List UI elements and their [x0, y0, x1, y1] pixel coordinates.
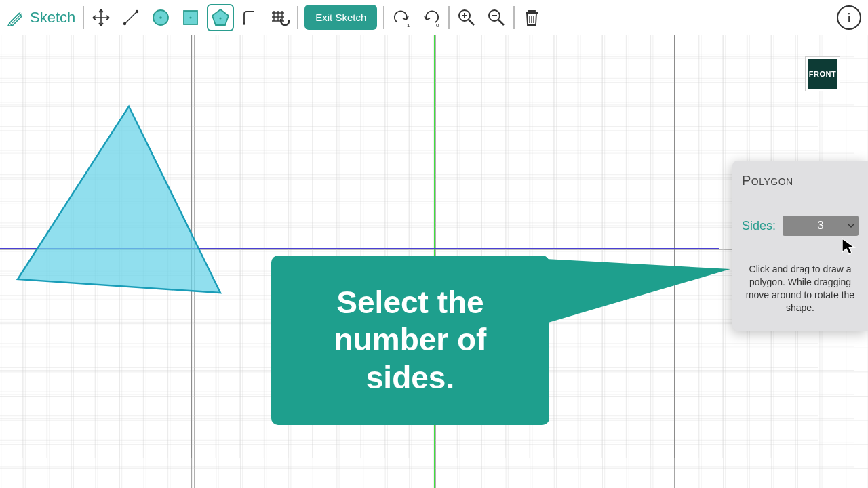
polygon-panel: Polygon Sides: 3 Click and drag to draw … — [732, 161, 868, 331]
info-button[interactable]: i — [837, 5, 861, 30]
polygon-tool[interactable] — [207, 4, 234, 31]
circle-icon — [150, 7, 172, 28]
toolbar: Sketch — [0, 0, 868, 35]
sides-row: Sides: 3 — [742, 216, 859, 236]
rectangle-tool[interactable] — [177, 4, 204, 31]
svg-text:1: 1 — [407, 22, 410, 28]
sketch-icon — [7, 8, 26, 27]
zoom-in-button[interactable] — [453, 4, 480, 31]
line-tool[interactable] — [117, 4, 144, 31]
svg-marker-27 — [18, 106, 220, 293]
svg-point-4 — [159, 16, 162, 19]
panel-title: Polygon — [742, 173, 859, 188]
info-icon: i — [847, 9, 851, 26]
callout-pointer — [546, 259, 749, 340]
snap-grid-icon — [270, 7, 290, 28]
divider — [383, 6, 384, 29]
exit-sketch-button[interactable]: Exit Sketch — [304, 5, 377, 30]
polygon-icon — [210, 7, 231, 28]
instruction-callout: Select the number of sides. — [271, 256, 549, 425]
panel-hint: Click and drag to draw a polygon. While … — [742, 263, 859, 314]
redo-button[interactable]: 0 — [418, 4, 445, 31]
divider — [83, 6, 84, 29]
svg-line-0 — [125, 12, 137, 24]
zoom-out-icon — [486, 7, 507, 28]
rectangle-icon — [180, 7, 201, 28]
zoom-in-icon — [456, 7, 477, 28]
view-cube[interactable]: FRONT — [808, 59, 837, 89]
sketch-canvas[interactable]: FRONT Select the number of sides. Polygo… — [0, 35, 868, 488]
svg-text:0: 0 — [436, 22, 439, 28]
svg-point-9 — [243, 22, 245, 25]
redo-icon: 0 — [421, 7, 441, 28]
line-icon — [121, 7, 141, 28]
sides-label: Sides: — [742, 219, 776, 233]
svg-line-13 — [469, 20, 474, 25]
sides-value: 3 — [817, 219, 823, 232]
sides-select[interactable]: 3 — [783, 216, 859, 236]
callout-text: Select the number of sides. — [292, 284, 529, 396]
delete-button[interactable] — [518, 4, 545, 31]
move-tool[interactable] — [87, 4, 115, 31]
svg-point-6 — [190, 16, 192, 18]
mode-label: Sketch — [30, 9, 75, 26]
chevron-down-icon — [848, 224, 854, 228]
svg-point-2 — [136, 9, 138, 12]
move-icon — [91, 7, 111, 28]
view-cube-face: FRONT — [809, 70, 836, 78]
mode-indicator: Sketch — [7, 8, 75, 27]
svg-line-17 — [498, 20, 504, 25]
divider — [513, 6, 515, 29]
arc-tool[interactable] — [237, 4, 264, 31]
undo-icon: 1 — [391, 7, 412, 28]
undo-button[interactable]: 1 — [388, 4, 415, 31]
zoom-out-button[interactable] — [483, 4, 510, 31]
svg-marker-28 — [546, 259, 730, 323]
divider — [297, 6, 298, 29]
svg-point-1 — [123, 22, 126, 24]
drawn-triangle[interactable] — [0, 35, 271, 320]
trash-icon — [522, 8, 541, 27]
circle-tool[interactable] — [147, 4, 174, 31]
divider — [448, 6, 450, 29]
svg-point-8 — [220, 17, 222, 19]
snap-tool[interactable] — [267, 4, 294, 31]
arc-icon — [240, 7, 260, 28]
